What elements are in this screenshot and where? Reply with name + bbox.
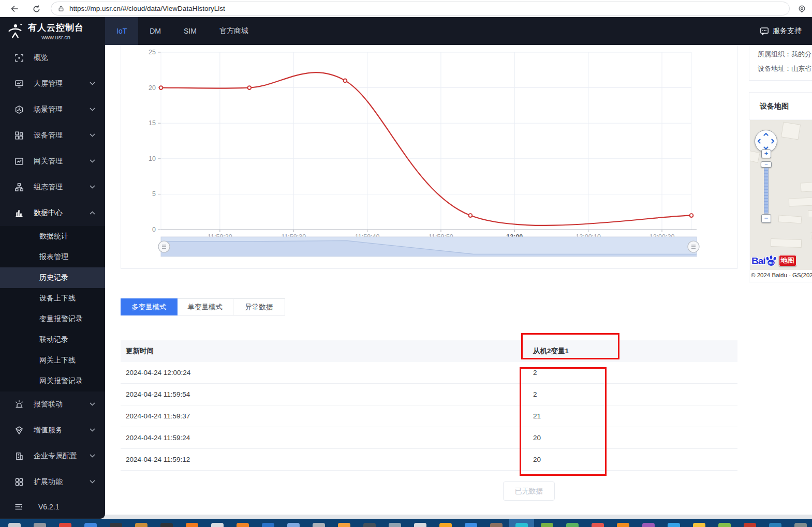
taskbar-app-icon[interactable]: [490, 523, 503, 527]
browser-address-bar[interactable]: https://mp.usr.cn/#/cloud/data/ViewDataH…: [51, 2, 790, 16]
taskbar-app-icon[interactable]: [160, 523, 173, 527]
taskbar-app-icon[interactable]: [338, 523, 350, 527]
sidebar-item-label: 设备管理: [34, 131, 63, 140]
tab-multi-variable[interactable]: 多变量模式: [121, 298, 178, 315]
tab-single-variable[interactable]: 单变量模式: [178, 298, 234, 315]
map-zoom-in-button[interactable]: +: [761, 149, 771, 158]
taskbar-app-icon[interactable]: [237, 523, 249, 527]
navbar-tab-mall[interactable]: 官方商城: [208, 17, 260, 45]
taskbar-app-icon[interactable]: [34, 523, 46, 527]
sidebar-item-screen-mgmt[interactable]: 大屏管理: [0, 71, 105, 97]
taskbar-app-icon[interactable]: [541, 523, 553, 527]
sidebar-item-scada-mgmt[interactable]: 组态管理: [0, 174, 105, 200]
navbar-tabs: IoT DM SIM 官方商城: [105, 17, 260, 45]
map-zoom-slider-track[interactable]: [764, 168, 769, 214]
taskbar-app-icon[interactable]: [794, 523, 807, 527]
pan-up-icon: [764, 133, 768, 135]
sidebar-item-variable-alarm[interactable]: 变量报警记录: [0, 309, 105, 329]
sidebar-item-enterprise-config[interactable]: 企业专属配置: [0, 443, 105, 469]
taskbar-app-icon[interactable]: [110, 523, 122, 527]
sidebar-item-linkage-records[interactable]: 联动记录: [0, 329, 105, 350]
taskbar-app-icon[interactable]: [744, 523, 756, 527]
taskbar-app-icon[interactable]: [313, 523, 325, 527]
sidebar-item-gateway-alarm[interactable]: 网关报警记录: [0, 371, 105, 392]
sidebar-item-label: 企业专属配置: [34, 451, 77, 461]
taskbar-app-icon[interactable]: [8, 523, 21, 527]
brand[interactable]: 有人云控制台 www.usr.cn: [0, 17, 105, 45]
taskbar-app-icon[interactable]: [592, 523, 604, 527]
browser-back-icon[interactable]: [8, 2, 21, 16]
navbar-tab-iot[interactable]: IoT: [105, 17, 138, 45]
sidebar-item-data-center[interactable]: 数据中心: [0, 200, 105, 226]
svg-text:10: 10: [149, 155, 156, 162]
sidebar-item-gateway-onoffline[interactable]: 网关上下线: [0, 350, 105, 371]
taskbar-app-icon[interactable]: [287, 523, 300, 527]
taskbar-app-icon[interactable]: [515, 523, 528, 527]
svg-text:du: du: [769, 261, 774, 265]
sidebar-item-history-records[interactable]: 历史记录: [0, 267, 105, 288]
taskbar-app-icon[interactable]: [186, 523, 198, 527]
url-text: https://mp.usr.cn/#/cloud/data/ViewDataH…: [69, 5, 225, 12]
svg-text:5: 5: [152, 190, 156, 198]
taskbar-app-icon[interactable]: [135, 523, 147, 527]
sidebar-item-device-mgmt[interactable]: 设备管理: [0, 123, 105, 148]
navbar-tab-sim[interactable]: SIM: [172, 17, 208, 45]
cell-update-time: 2024-04-24 11:59:54: [121, 390, 533, 398]
scada-flow-icon: [14, 183, 24, 192]
map-zoom-slider-thumb[interactable]: −: [761, 161, 772, 168]
taskbar-app-icon[interactable]: [718, 523, 731, 527]
device-map-card: 设备地图 + −: [749, 92, 812, 282]
brand-title: 有人云控制台: [28, 22, 84, 34]
taskbar-app-icon[interactable]: [465, 523, 477, 527]
taskbar-app-icon[interactable]: [262, 523, 274, 527]
table-row: 2024-04-24 11:59:2420: [121, 427, 737, 449]
chevron-down-icon: [90, 480, 95, 484]
window-bottom-strip: [0, 515, 812, 519]
sidebar-item-alarm-linkage[interactable]: 报警联动: [0, 392, 105, 417]
usr-person-logo-icon: [7, 23, 23, 39]
browser-refresh-icon[interactable]: [29, 2, 43, 16]
baidu-map-badge: 地图: [779, 255, 796, 266]
sidebar-item-overview[interactable]: 概览: [0, 45, 105, 71]
cell-variable-value: 2: [533, 369, 537, 377]
taskbar-app-icon[interactable]: [211, 523, 224, 527]
page: https://mp.usr.cn/#/cloud/data/ViewDataH…: [0, 0, 812, 527]
device-map-title: 设备地图: [749, 93, 812, 119]
taskbar-app-icon[interactable]: [363, 523, 376, 527]
taskbar-app-icon[interactable]: [769, 523, 781, 527]
baidu-map-canvas[interactable]: + − − Bai du 地图: [750, 120, 812, 270]
taskbar-app-icon[interactable]: [389, 523, 401, 527]
sidebar-item-value-added-services[interactable]: 增值服务: [0, 417, 105, 443]
no-more-data-button[interactable]: 已无数据: [503, 481, 555, 501]
sidebar-item-label: 大屏管理: [34, 79, 63, 88]
cell-variable-value: 21: [533, 412, 541, 420]
taskbar-app-icon[interactable]: [59, 523, 71, 527]
sidebar-item-report-mgmt[interactable]: 报表管理: [0, 247, 105, 267]
chat-bubble-icon: [760, 26, 769, 36]
taskbar-app-icon[interactable]: [439, 523, 452, 527]
sidebar-item-gateway-mgmt[interactable]: 网关管理: [0, 148, 105, 174]
sidebar-item-device-onoffline[interactable]: 设备上下线: [0, 288, 105, 309]
taskbar-app-icon[interactable]: [414, 523, 426, 527]
version-row: V6.2.1: [0, 495, 105, 519]
taskbar-app-icon[interactable]: [84, 523, 97, 527]
taskbar-app-icon[interactable]: [693, 523, 705, 527]
history-line-chart[interactable]: 051015202511:59:2011:59:3011:59:4011:59:…: [121, 41, 737, 268]
sidebar-item-extensions[interactable]: 扩展功能: [0, 469, 105, 495]
browser-action-icon[interactable]: [795, 2, 808, 16]
navbar-tab-dm[interactable]: DM: [138, 17, 172, 45]
table-row: 2024-04-24 12:00:242: [121, 362, 737, 384]
taskbar-app-icon[interactable]: [642, 523, 655, 527]
sidebar-item-scene-mgmt[interactable]: 场景管理: [0, 97, 105, 123]
taskbar-app-icon[interactable]: [668, 523, 680, 527]
tab-abnormal-data[interactable]: 异常数据: [233, 298, 285, 315]
data-center-submenu: 数据统计 报表管理 历史记录 设备上下线 变量报警记录 联动记录 网关上下线 网…: [0, 226, 105, 392]
map-zoom-out-button[interactable]: −: [761, 214, 771, 223]
service-support[interactable]: 服务支持: [760, 17, 812, 45]
app-navbar: 有人云控制台 www.usr.cn IoT DM SIM 官方商城 服务支持: [0, 17, 812, 45]
gateway-chart-icon: [14, 157, 24, 166]
taskbar-app-icon[interactable]: [617, 523, 629, 527]
sidebar-item-data-statistics[interactable]: 数据统计: [0, 226, 105, 247]
address-label: 设备地址：: [758, 65, 791, 72]
taskbar-app-icon[interactable]: [566, 523, 579, 527]
